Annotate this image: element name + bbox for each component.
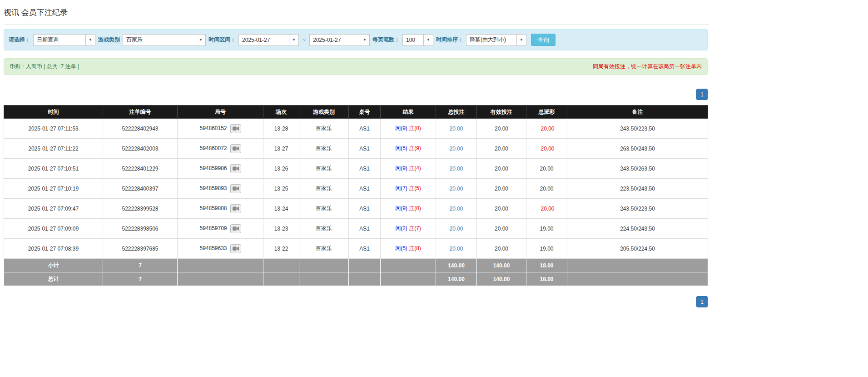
- cell-valid-bet: 20.00: [477, 219, 526, 239]
- result-banker: 庄(9): [409, 145, 421, 151]
- cell-payout: -20.00: [526, 139, 567, 159]
- chevron-down-icon[interactable]: ▼: [423, 35, 433, 45]
- cell-result: 闲(5) 庄(8): [381, 239, 436, 259]
- chevron-down-icon[interactable]: ▼: [85, 35, 95, 45]
- result-banker: 庄(0): [409, 205, 421, 211]
- page-1-button[interactable]: 1: [696, 296, 708, 307]
- page-1-button[interactable]: 1: [696, 89, 708, 100]
- footer-cell: [349, 272, 381, 286]
- pagination-top: 1: [4, 89, 708, 100]
- bet-records-table: 时间 注单编号 局号 场次 游戏类别 桌号 结果 总投注 有效投注 总派彩 备注…: [4, 105, 708, 286]
- result-banker: 庄(4): [409, 165, 421, 171]
- cell-game-type: 百家乐: [299, 119, 349, 139]
- cell-game-type: 百家乐: [299, 199, 349, 219]
- result-player: 闲(5): [395, 145, 407, 151]
- game-type-label: 游戏类别: [98, 36, 120, 44]
- col-header-total-bet: 总投注: [436, 106, 477, 119]
- chevron-down-icon[interactable]: ▼: [360, 35, 369, 45]
- page-size-label: 每页笔数：: [372, 36, 400, 44]
- cell-time: 2025-01-27 07:09:47: [4, 199, 103, 219]
- cell-table-no: AS1: [349, 219, 381, 239]
- date-to-select[interactable]: 2025-01-27 ▼: [309, 34, 370, 46]
- col-header-session: 场次: [263, 106, 299, 119]
- total-bet-link[interactable]: 20.00: [449, 186, 463, 192]
- time-sort-select[interactable]: 降冪(由大到小) ▼: [466, 34, 526, 46]
- search-button[interactable]: 查询: [531, 34, 556, 46]
- query-type-select[interactable]: 日期查询 ▼: [33, 34, 95, 46]
- footer-cell: [263, 259, 299, 272]
- cell-total-bet: 20.00: [436, 139, 477, 159]
- page-content: 视讯 会员下注纪录 请选择： 日期查询 ▼ 游戏类别 百家乐 ▼ 时间区间： 2…: [0, 0, 868, 317]
- table-row: 2025-01-27 07:11:53 522228402943 5948601…: [4, 119, 708, 139]
- col-header-note: 备注: [567, 106, 708, 119]
- cell-valid-bet: 20.00: [477, 139, 526, 159]
- cell-valid-bet: 20.00: [477, 239, 526, 259]
- cell-session: 13-28: [263, 119, 299, 139]
- cell-table-no: AS1: [349, 179, 381, 199]
- cell-bet-id: 522228397685: [103, 239, 178, 259]
- video-replay-button[interactable]: [230, 144, 241, 153]
- cell-table-no: AS1: [349, 119, 381, 139]
- select-label: 请选择：: [9, 36, 30, 44]
- cell-payout: -20.00: [526, 119, 567, 139]
- date-to-value: 2025-01-27: [310, 35, 360, 45]
- cell-table-no: AS1: [349, 239, 381, 259]
- video-replay-button[interactable]: [230, 204, 241, 213]
- date-range-label: 时间区间：: [208, 36, 236, 44]
- cell-total-bet: 20.00: [436, 219, 477, 239]
- page-size-select[interactable]: 100 ▼: [402, 34, 433, 46]
- cell-note: 243.50/263.50: [567, 159, 708, 179]
- result-player: 闲(9): [395, 165, 407, 171]
- total-bet-link[interactable]: 20.00: [449, 166, 463, 172]
- total-bet-link[interactable]: 20.00: [449, 206, 463, 212]
- cell-round-id: 594859633: [178, 239, 263, 259]
- total-bet-link[interactable]: 20.00: [449, 226, 463, 232]
- video-replay-button[interactable]: [230, 224, 241, 233]
- cell-time: 2025-01-27 07:11:53: [4, 119, 103, 139]
- cell-round-id: 594859893: [178, 179, 263, 199]
- video-replay-button[interactable]: [230, 124, 241, 133]
- payout-value: 19.00: [540, 226, 553, 232]
- chevron-down-icon[interactable]: ▼: [516, 35, 526, 45]
- currency-summary: 币别：人民币 | 总共 :7 注单 |: [10, 63, 79, 70]
- video-replay-button[interactable]: [230, 184, 241, 193]
- result-banker: 庄(0): [409, 125, 421, 131]
- total-valid-bet: 140.00: [477, 272, 526, 286]
- cell-bet-id: 522228400397: [103, 179, 178, 199]
- cell-payout: 19.00: [526, 239, 567, 259]
- page-size-value: 100: [403, 35, 423, 45]
- valid-bet-notice: 同局有效投注，统一计算在该局第一张注单内: [593, 63, 702, 70]
- result-banker: 庄(8): [409, 245, 421, 251]
- result-player: 闲(7): [395, 185, 407, 191]
- cell-table-no: AS1: [349, 159, 381, 179]
- total-bet-link[interactable]: 20.00: [449, 126, 463, 132]
- date-from-select[interactable]: 2025-01-27 ▼: [238, 34, 299, 46]
- cell-game-type: 百家乐: [299, 159, 349, 179]
- subtotal-total-bet: 140.00: [436, 259, 477, 272]
- cell-table-no: AS1: [349, 199, 381, 219]
- table-row: 2025-01-27 07:09:47 522228399528 5948598…: [4, 199, 708, 219]
- pagination-bottom: 1: [4, 296, 708, 317]
- col-header-valid-bet: 有效投注: [477, 106, 526, 119]
- total-bet-link[interactable]: 20.00: [449, 246, 463, 252]
- footer-cell: [178, 272, 263, 286]
- subtotal-payout: 18.00: [526, 259, 567, 272]
- total-row: 总计 7 140.00 140.00 18.00: [4, 272, 708, 286]
- cell-result: 闲(9) 庄(4): [381, 159, 436, 179]
- total-bet-link[interactable]: 20.00: [449, 146, 463, 152]
- chevron-down-icon[interactable]: ▼: [196, 35, 205, 45]
- footer-cell: [299, 259, 349, 272]
- footer-cell: [567, 272, 708, 286]
- chevron-down-icon[interactable]: ▼: [289, 35, 298, 45]
- payout-value: 20.00: [540, 186, 553, 192]
- total-label: 总计: [4, 272, 103, 286]
- video-replay-button[interactable]: [230, 244, 241, 253]
- cell-bet-id: 522228398506: [103, 219, 178, 239]
- cell-session: 13-26: [263, 159, 299, 179]
- game-type-select[interactable]: 百家乐 ▼: [123, 34, 206, 46]
- cell-round-id: 594860072: [178, 139, 263, 159]
- cell-note: 243.50/223.50: [567, 199, 708, 219]
- subtotal-label: 小计: [4, 259, 103, 272]
- cell-payout: -20.00: [526, 199, 567, 219]
- video-replay-button[interactable]: [230, 164, 241, 173]
